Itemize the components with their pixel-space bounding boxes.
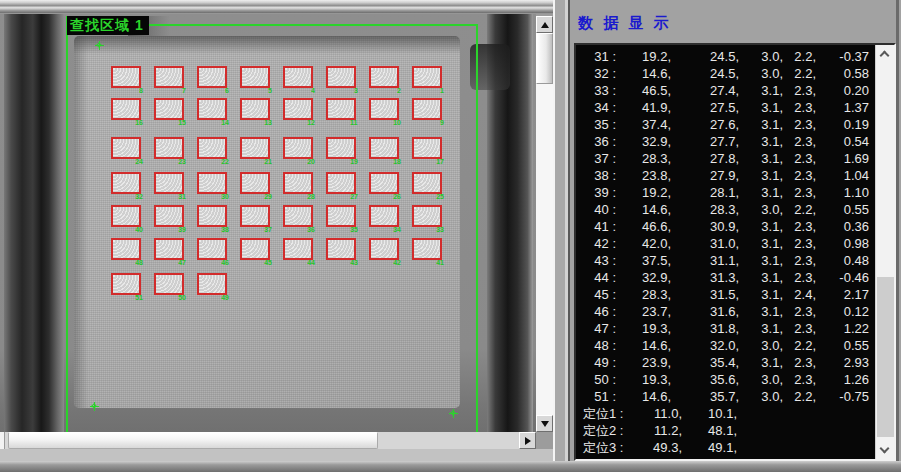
detected-box: 17 [412, 137, 442, 159]
detected-box: 23 [154, 137, 184, 159]
camera-vertical-scrollbar[interactable] [536, 16, 553, 432]
horizontal-scroll-left-nub[interactable] [0, 432, 5, 449]
fixture-left-edge [4, 14, 64, 432]
detected-box: 40 [111, 205, 141, 227]
window-bottom-edge [0, 461, 901, 472]
box-number-label: 3 [354, 88, 358, 95]
box-number-label: 9 [440, 120, 444, 127]
measurement-list[interactable]: 31 :19.2,24.5,3.0,2.2,-0.3732 :14.6,24.5… [574, 43, 896, 461]
locate-row: 定位3 :49.3,49.1, [576, 439, 868, 456]
box-number-label: 38 [221, 227, 229, 234]
box-number-label: 31 [178, 194, 186, 201]
detected-box: 21 [240, 137, 270, 159]
detected-box: 7 [154, 66, 184, 88]
detected-box: 22 [197, 137, 227, 159]
measurement-row: 42 :42.0,31.0,3.1,2.3,0.98 [576, 235, 868, 252]
position-marker-icon [449, 409, 458, 418]
measurement-row: 33 :46.5,27.4,3.1,2.3,0.20 [576, 82, 868, 99]
camera-horizontal-scrollbar[interactable] [0, 432, 536, 449]
measurement-row: 37 :28.3,27.8,3.1,2.3,1.69 [576, 150, 868, 167]
detected-box: 41 [412, 238, 442, 260]
detected-box: 4 [283, 66, 313, 88]
box-number-label: 14 [221, 120, 229, 127]
measurement-row: 41 :46.6,30.9,3.1,2.3,0.36 [576, 218, 868, 235]
box-number-label: 28 [307, 194, 315, 201]
position-marker-icon [90, 402, 99, 411]
box-number-label: 19 [350, 159, 358, 166]
box-number-label: 22 [221, 159, 229, 166]
detected-box: 39 [154, 205, 184, 227]
board-left-shadow [74, 36, 88, 408]
scroll-right-button[interactable] [519, 432, 536, 449]
right-arrow-icon [525, 437, 531, 445]
box-number-label: 4 [311, 88, 315, 95]
box-number-label: 6 [225, 88, 229, 95]
detected-box: 15 [154, 98, 184, 120]
panel-right-edge [896, 0, 899, 472]
list-scroll-thumb[interactable] [877, 277, 894, 437]
detected-box: 24 [111, 137, 141, 159]
measurement-row: 49 :23.9,35.4,3.1,2.3,2.93 [576, 354, 868, 371]
pane-splitter[interactable] [553, 0, 570, 472]
up-arrow-icon [541, 22, 549, 28]
scroll-down-button[interactable] [536, 415, 553, 432]
detected-box: 34 [369, 205, 399, 227]
box-number-label: 5 [268, 88, 272, 95]
vertical-scroll-thumb[interactable] [536, 33, 553, 84]
detected-box: 29 [240, 172, 270, 194]
region-left-line [66, 16, 68, 432]
measurement-row: 32 :14.6,24.5,3.0,2.2,0.58 [576, 65, 868, 82]
box-number-label: 36 [307, 227, 315, 234]
detected-box: 26 [369, 172, 399, 194]
camera-view[interactable]: 查找区域 1 876543211615141312111092423222120… [0, 14, 536, 432]
detected-box: 31 [154, 172, 184, 194]
measurement-row: 31 :19.2,24.5,3.0,2.2,-0.37 [576, 48, 868, 65]
detected-box: 25 [412, 172, 442, 194]
measurement-rows: 31 :19.2,24.5,3.0,2.2,-0.3732 :14.6,24.5… [576, 48, 868, 456]
box-number-label: 49 [221, 295, 229, 302]
box-number-label: 47 [178, 260, 186, 267]
measurement-row: 50 :19.3,35.6,3.0,2.3,1.26 [576, 371, 868, 388]
box-number-label: 25 [436, 194, 444, 201]
chevron-up-icon[interactable] [880, 51, 890, 61]
vision-inspection-window: 查找区域 1 876543211615141312111092423222120… [0, 0, 901, 472]
scroll-up-button[interactable] [536, 16, 553, 33]
detected-box: 49 [197, 273, 227, 295]
box-number-label: 23 [178, 159, 186, 166]
horizontal-scroll-thumb[interactable] [8, 432, 378, 449]
detected-box: 32 [111, 172, 141, 194]
box-number-label: 26 [393, 194, 401, 201]
box-number-label: 17 [436, 159, 444, 166]
detected-box: 8 [111, 66, 141, 88]
box-number-label: 41 [436, 260, 444, 267]
measurement-row: 48 :14.6,32.0,3.0,2.2,0.55 [576, 337, 868, 354]
detected-box: 6 [197, 66, 227, 88]
detected-box: 35 [326, 205, 356, 227]
detected-box: 9 [412, 98, 442, 120]
measurement-row: 43 :37.5,31.1,3.1,2.3,0.48 [576, 252, 868, 269]
measurement-row: 46 :23.7,31.6,3.1,2.3,0.12 [576, 303, 868, 320]
detected-box: 5 [240, 66, 270, 88]
box-number-label: 46 [221, 260, 229, 267]
detected-box: 18 [369, 137, 399, 159]
chevron-down-icon[interactable] [880, 444, 890, 454]
box-number-label: 44 [307, 260, 315, 267]
detected-box: 12 [283, 98, 313, 120]
box-number-label: 34 [393, 227, 401, 234]
measurement-row: 36 :32.9,27.7,3.1,2.3,0.54 [576, 133, 868, 150]
box-number-label: 32 [135, 194, 143, 201]
box-number-label: 40 [135, 227, 143, 234]
box-number-label: 37 [264, 227, 272, 234]
left-pane-bottom-strip [0, 449, 553, 461]
measurement-row: 47 :19.3,31.8,3.1,2.3,1.22 [576, 320, 868, 337]
detected-box: 51 [111, 273, 141, 295]
detected-box: 2 [369, 66, 399, 88]
detected-box: 11 [326, 98, 356, 120]
detected-box: 44 [283, 238, 313, 260]
list-vertical-scrollbar[interactable] [875, 45, 894, 459]
region-label: 查找区域 1 [67, 16, 149, 35]
board-top-shadow [74, 36, 460, 54]
detected-box: 16 [111, 98, 141, 120]
detected-box: 33 [412, 205, 442, 227]
detected-box: 47 [154, 238, 184, 260]
